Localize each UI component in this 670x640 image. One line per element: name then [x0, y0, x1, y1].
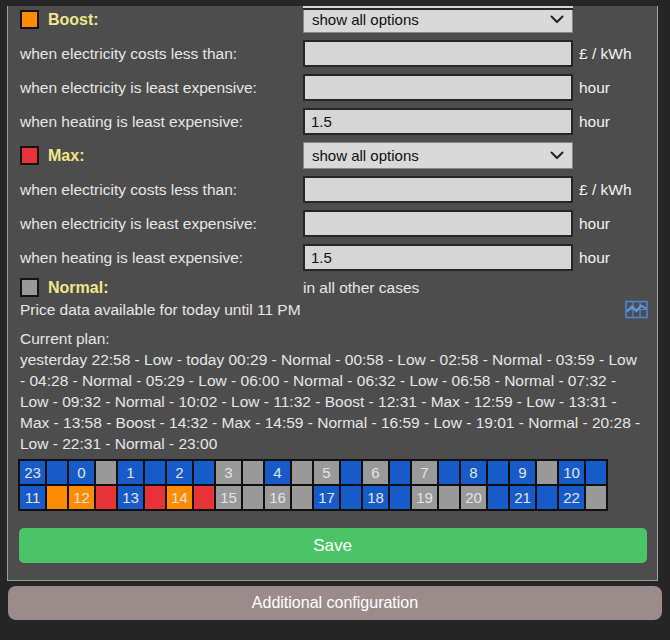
- hour-cell-10: 10: [557, 459, 586, 486]
- half-hour-cell-0-30: [94, 459, 118, 486]
- max-dropdown-value: show all options: [312, 147, 419, 164]
- half-hour-cell-21-30: [535, 484, 559, 511]
- half-hour-cell-3-30: [241, 459, 265, 486]
- half-hour-cell-20-30: [486, 484, 510, 511]
- save-button[interactable]: Save: [19, 528, 647, 563]
- boost-cost-label: when electricity costs less than:: [20, 45, 237, 63]
- max-cheapest-electricity-input[interactable]: [303, 210, 573, 237]
- boost-cheapest-electricity-row: when electricity is least expensive: hou…: [20, 74, 657, 101]
- hour-cell-17: 17: [312, 484, 341, 511]
- hour-cell-20: 20: [459, 484, 488, 511]
- half-hour-cell-2-30: [192, 459, 216, 486]
- boost-title: Boost:: [20, 10, 303, 29]
- current-plan-title: Current plan:: [20, 328, 643, 349]
- hour-cell-13: 13: [116, 484, 145, 511]
- hour-cell-15: 15: [214, 484, 243, 511]
- hour-cell-8: 8: [459, 459, 488, 486]
- max-cheapest-heating-input[interactable]: [303, 244, 573, 271]
- hour-cell-21: 21: [508, 484, 537, 511]
- normal-title: Normal:: [20, 278, 303, 297]
- hour-grid-row: 111213141516171819202122: [18, 484, 608, 511]
- half-hour-cell-16-30: [290, 484, 314, 511]
- hour-cell-3: 3: [214, 459, 243, 486]
- half-hour-cell-5-30: [339, 459, 363, 486]
- max-cost-input[interactable]: [303, 176, 573, 203]
- price-data-row: Price data available for today until 11 …: [20, 300, 648, 319]
- half-hour-cell-17-30: [339, 484, 363, 511]
- price-chart-icon[interactable]: [625, 300, 648, 319]
- hour-cell-19: 19: [410, 484, 439, 511]
- max-cheapest-electricity-label: when electricity is least expensive:: [20, 215, 257, 233]
- boost-cheapest-heating-input[interactable]: [303, 108, 573, 135]
- hour-cell-6: 6: [361, 459, 390, 486]
- normal-label: Normal:: [48, 279, 108, 297]
- half-hour-cell-9-30: [535, 459, 559, 486]
- max-label: Max:: [48, 147, 84, 165]
- max-cost-label: when electricity costs less than:: [20, 181, 237, 199]
- half-hour-cell-12-30: [94, 484, 118, 511]
- half-hour-cell-22-30: [584, 484, 608, 511]
- additional-configuration-button[interactable]: Additional configuration: [8, 586, 662, 620]
- hour-cell-1: 1: [116, 459, 145, 486]
- hour-cell-12: 12: [67, 484, 96, 511]
- hour-cell-16: 16: [263, 484, 292, 511]
- settings-panel: Boost: show all options when electricity…: [7, 6, 658, 581]
- half-hour-cell-6-30: [388, 459, 412, 486]
- hour-cell-5: 5: [312, 459, 341, 486]
- max-cost-unit: £ / kWh: [579, 181, 632, 199]
- normal-description: in all other cases: [303, 279, 419, 297]
- half-hour-cell-8-30: [486, 459, 510, 486]
- boost-dropdown-value: show all options: [312, 11, 419, 28]
- hour-cell-4: 4: [263, 459, 292, 486]
- half-hour-cell-18-30: [388, 484, 412, 511]
- boost-options-dropdown[interactable]: show all options: [303, 6, 573, 33]
- hour-cell-7: 7: [410, 459, 439, 486]
- normal-color-swatch: [20, 278, 39, 297]
- price-data-note: Price data available for today until 11 …: [20, 301, 301, 319]
- max-cheapest-electricity-row: when electricity is least expensive: hou…: [20, 210, 657, 237]
- max-cheapest-heating-row: when heating is least expensive: hour: [20, 244, 657, 271]
- chevron-down-icon: [550, 15, 564, 24]
- boost-cheapest-heating-row: when heating is least expensive: hour: [20, 108, 657, 135]
- hour-cell-18: 18: [361, 484, 390, 511]
- hour-cell-0: 0: [67, 459, 96, 486]
- half-hour-cell-19-30: [437, 484, 461, 511]
- boost-cost-unit: £ / kWh: [579, 45, 632, 63]
- hour-cell-2: 2: [165, 459, 194, 486]
- max-options-dropdown[interactable]: show all options: [303, 142, 573, 169]
- half-hour-cell-4-30: [290, 459, 314, 486]
- hour-cell-14: 14: [165, 484, 194, 511]
- boost-cheapest-heating-unit: hour: [579, 113, 610, 131]
- boost-cost-input[interactable]: [303, 40, 573, 67]
- half-hour-cell-14-30: [192, 484, 216, 511]
- max-header-row: Max: show all options: [20, 142, 657, 169]
- max-cost-row: when electricity costs less than: £ / kW…: [20, 176, 657, 203]
- half-hour-cell-1-30: [143, 459, 167, 486]
- boost-label: Boost:: [48, 11, 99, 29]
- half-hour-cell-7-30: [437, 459, 461, 486]
- half-hour-cell-11-30: [45, 484, 69, 511]
- hour-cell-11: 11: [18, 484, 47, 511]
- hour-grid: 23012345678910111213141516171819202122: [18, 459, 608, 511]
- half-hour-cell-15-30: [241, 484, 265, 511]
- half-hour-cell-10-30: [584, 459, 608, 486]
- max-color-swatch: [20, 146, 39, 165]
- boost-color-swatch: [20, 10, 39, 29]
- boost-header-row: Boost: show all options: [20, 6, 657, 33]
- max-cheapest-electricity-unit: hour: [579, 215, 610, 233]
- boost-cheapest-heating-label: when heating is least expensive:: [20, 113, 243, 131]
- cutoff-input-sliver: [303, 6, 573, 10]
- boost-cheapest-electricity-unit: hour: [579, 79, 610, 97]
- hour-cell-9: 9: [508, 459, 537, 486]
- half-hour-cell-23-30: [45, 459, 69, 486]
- half-hour-cell-13-30: [143, 484, 167, 511]
- max-cheapest-heating-label: when heating is least expensive:: [20, 249, 243, 267]
- hour-grid-row: 23012345678910: [18, 459, 608, 486]
- boost-cost-row: when electricity costs less than: £ / kW…: [20, 40, 657, 67]
- hour-cell-23: 23: [18, 459, 47, 486]
- boost-cheapest-electricity-input[interactable]: [303, 74, 573, 101]
- normal-header-row: Normal: in all other cases: [20, 278, 657, 297]
- current-plan-text: yesterday 22:58 - Low - today 00:29 - No…: [20, 349, 643, 454]
- max-cheapest-heating-unit: hour: [579, 249, 610, 267]
- max-title: Max:: [20, 146, 303, 165]
